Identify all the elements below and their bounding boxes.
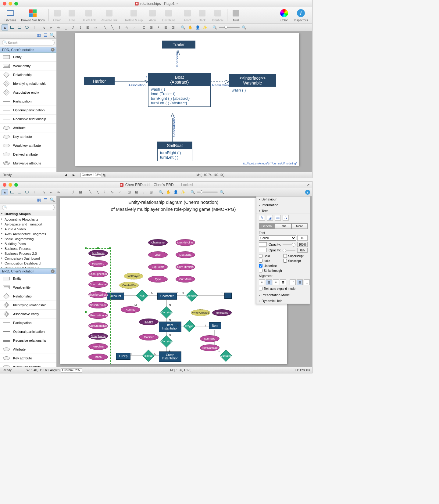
magic-tool-icon[interactable]: ✨: [180, 189, 186, 195]
valign-mid-icon[interactable]: ⊟: [297, 279, 303, 285]
toolbar-front[interactable]: Front: [181, 8, 194, 22]
trailer-class[interactable]: Trailer: [162, 41, 195, 49]
lib-item[interactable]: Entity: [0, 274, 56, 283]
lib-item[interactable]: Recursive relationship: [0, 336, 56, 345]
minimize-icon[interactable]: [9, 183, 12, 187]
washable-interface[interactable]: <<interface>> Washable wash ( ): [229, 74, 276, 94]
close-library-icon[interactable]: ×: [51, 269, 55, 273]
tree-item[interactable]: Accounting Flowcharts: [0, 217, 56, 222]
library-header[interactable]: ERD, Chen's notation ×: [0, 268, 56, 274]
search-tool-icon[interactable]: 🔍: [158, 189, 164, 195]
lib-item[interactable]: Key attribute: [0, 132, 56, 141]
pen-icon[interactable]: ✎: [259, 215, 265, 221]
erd-attr[interactable]: CharName: [148, 239, 168, 246]
behaviour-section[interactable]: Behaviour: [256, 196, 310, 202]
tree-item[interactable]: Computers & Networks: [0, 266, 56, 268]
rrect-tool-icon[interactable]: [16, 24, 23, 31]
toolbar-align[interactable]: Align: [146, 8, 159, 22]
thumbnail-view-icon[interactable]: ▦: [36, 197, 41, 202]
toolbar-back[interactable]: Back: [195, 8, 209, 22]
erd-ent[interactable]: Creep Instantiation: [159, 351, 181, 362]
auto-expand-check[interactable]: Text auto expand mode: [259, 287, 308, 290]
boat-class[interactable]: Boat {Abstract} wash ( )load (Trailer t)…: [148, 73, 211, 107]
lib-item[interactable]: Participation: [0, 319, 56, 327]
text-tool-icon[interactable]: T: [31, 189, 37, 195]
titlebar[interactable]: ⊞ relationships - Page1 ▾: [0, 0, 312, 7]
zoom-stepper-icon[interactable]: ⧎: [103, 173, 105, 177]
erd-attr[interactable]: WhenCreated: [191, 309, 210, 316]
titlebar[interactable]: ⊞ Chen ERD.cdd – Chen's ERD — Locked ⤢: [0, 182, 312, 188]
rect-tool-icon[interactable]: [9, 24, 16, 31]
lib-item[interactable]: Key attribute: [0, 354, 56, 363]
erd-attr[interactable]: SbscrbrName: [88, 281, 108, 288]
line5-icon[interactable]: ⟋: [131, 24, 137, 31]
erd-ent[interactable]: Character: [157, 293, 177, 300]
zoom-control[interactable]: [61, 368, 82, 373]
line5-icon[interactable]: ⟋: [116, 189, 123, 195]
line3-icon[interactable]: ⌇: [102, 189, 108, 195]
zoomout-icon[interactable]: 🔍: [189, 189, 196, 195]
thumbnail-view-icon[interactable]: ▦: [36, 33, 41, 38]
dropdown-icon[interactable]: ▾: [177, 2, 178, 5]
list-view-icon[interactable]: ☰: [43, 197, 48, 202]
hand-tool-icon[interactable]: ✋: [187, 24, 194, 31]
fill-icon[interactable]: ◢: [267, 215, 273, 221]
tab-tabs[interactable]: Tabs: [275, 223, 291, 229]
toolbar-libraries[interactable]: Libraries: [3, 8, 18, 22]
erd-attr[interactable]: Password: [88, 260, 108, 267]
toolbar-identical[interactable]: Identical: [210, 8, 225, 22]
grid1-icon[interactable]: ⊡: [141, 24, 147, 31]
nav-prev-icon[interactable]: ◀: [65, 173, 67, 177]
erd-attr[interactable]: SbscrbrEmail: [88, 302, 108, 308]
line2-icon[interactable]: ╲: [109, 24, 116, 31]
erd-attr[interactable]: Modifier: [139, 334, 159, 340]
erd-ent[interactable]: [224, 293, 232, 299]
erd-attr[interactable]: LastPlayed: [124, 273, 143, 279]
toolbar-reverse-link[interactable]: Reverse link: [99, 8, 119, 22]
zoom-input[interactable]: [80, 173, 102, 177]
erd-ent[interactable]: Item: [209, 322, 221, 329]
grid4-icon[interactable]: ⊟: [162, 24, 169, 31]
lib-item[interactable]: Identifying relationship: [0, 79, 56, 88]
toolbar-delete-link[interactable]: Delete link: [80, 8, 98, 22]
erd-attr[interactable]: Mana: [88, 354, 108, 360]
person-tool-icon[interactable]: 👤: [194, 24, 201, 31]
font-icon[interactable]: A: [283, 215, 289, 221]
erd-attr[interactable]: IDNum: [139, 319, 159, 325]
lib-item[interactable]: Weak key attribute: [0, 363, 56, 367]
presentation-mode-section[interactable]: Presentation Mode: [256, 292, 310, 298]
zoom-input[interactable]: [61, 368, 82, 373]
text-section[interactable]: Text: [256, 208, 310, 214]
conn2-icon[interactable]: ⌐: [48, 189, 55, 195]
lib-item[interactable]: Optional participation: [0, 106, 56, 115]
search-input[interactable]: [2, 205, 55, 210]
toolbar-tree[interactable]: Tree: [65, 8, 79, 22]
conn1-icon[interactable]: ↘: [41, 24, 47, 31]
tab-more[interactable]: More: [291, 223, 308, 229]
erd-attr[interactable]: Type: [148, 276, 168, 283]
close-library-icon[interactable]: ×: [51, 48, 55, 52]
strike-check[interactable]: Strikethrough: [259, 269, 283, 272]
line2-icon[interactable]: ╲: [94, 189, 101, 195]
lib-item[interactable]: Associative entity: [0, 88, 56, 97]
pointer-tool-icon[interactable]: ▲: [2, 24, 8, 31]
search-view-icon[interactable]: 🔍: [50, 33, 55, 38]
rect-tool-icon[interactable]: [9, 189, 16, 195]
align-left-icon[interactable]: ≡: [259, 279, 265, 285]
conn4-icon[interactable]: ⎯: [62, 189, 69, 195]
zoom-control[interactable]: ⧎: [80, 173, 105, 177]
valign-top-icon[interactable]: ⎴: [290, 279, 296, 285]
grid1-icon[interactable]: ⊡: [126, 189, 133, 195]
conn2-icon[interactable]: ⌐: [48, 24, 55, 31]
line1-icon[interactable]: ╲: [87, 189, 94, 195]
opacity-swatch-1[interactable]: [259, 242, 267, 247]
erd-attr[interactable]: ItemType: [200, 335, 220, 342]
lib-item[interactable]: Relationship: [0, 70, 56, 79]
lib-item[interactable]: Recursive relationship: [0, 115, 56, 124]
erd-attr[interactable]: MaxHitPoints: [176, 239, 195, 246]
erd-attr[interactable]: HitPoints: [88, 343, 108, 350]
lib-item[interactable]: Entity: [0, 53, 56, 62]
tree-item[interactable]: Business Process: [0, 246, 56, 251]
conn1-icon[interactable]: ↘: [41, 189, 47, 195]
tree-item[interactable]: Audio & Video: [0, 227, 56, 232]
